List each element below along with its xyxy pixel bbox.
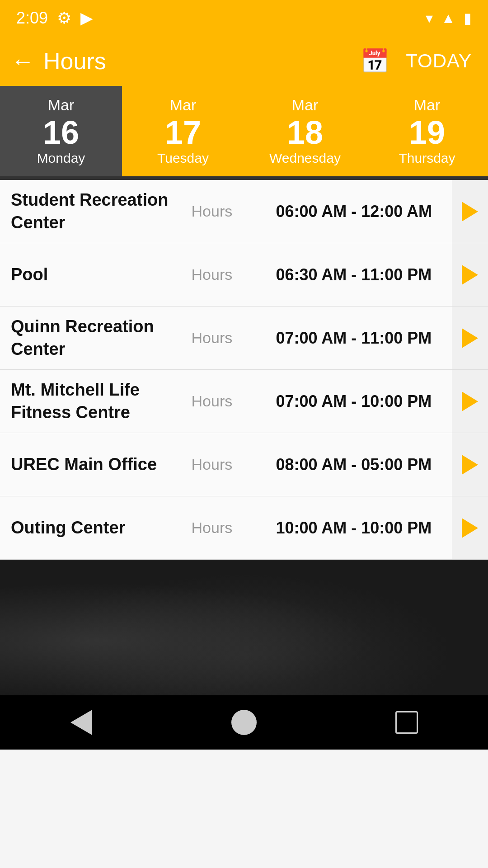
facility-item-src[interactable]: Student Recreation Center Hours 06:00 AM… — [0, 180, 488, 243]
date-month-4: Mar — [414, 96, 441, 114]
today-button[interactable]: TODAY — [406, 50, 472, 72]
nav-back-button[interactable] — [59, 704, 104, 741]
arrow-icon-outing — [462, 518, 478, 538]
header-left: ← Hours — [11, 47, 106, 75]
facility-arrow-urec[interactable] — [452, 433, 488, 496]
nav-recents-button[interactable] — [384, 704, 429, 741]
date-weekday-1: Monday — [37, 151, 85, 166]
facility-hours-label-mtmitchell: Hours — [192, 392, 276, 410]
date-picker-row: Mar 16 Monday Mar 17 Tuesday Mar 18 Wedn… — [0, 86, 488, 176]
date-divider — [0, 176, 488, 180]
facility-hours-label-pool: Hours — [192, 266, 276, 283]
facility-arrow-pool[interactable] — [452, 243, 488, 306]
facility-time-pool: 06:30 AM - 11:00 PM — [276, 265, 452, 284]
facility-arrow-mtmitchell[interactable] — [452, 370, 488, 433]
facility-name-pool: Pool — [11, 264, 192, 286]
home-nav-icon — [231, 710, 257, 735]
arrow-icon-src — [462, 202, 478, 222]
facility-time-mtmitchell: 07:00 AM - 10:00 PM — [276, 392, 452, 411]
date-month-1: Mar — [48, 96, 75, 114]
facility-item-mtmitchell[interactable]: Mt. Mitchell Life Fitness Centre Hours 0… — [0, 370, 488, 433]
facility-name-src: Student Recreation Center — [11, 189, 192, 234]
facility-item-outing[interactable]: Outing Center Hours 10:00 AM - 10:00 PM — [0, 496, 488, 560]
date-month-2: Mar — [170, 96, 197, 114]
arrow-icon-urec — [462, 455, 478, 475]
battery-icon: ▮ — [464, 9, 472, 27]
date-day-4: 19 — [409, 115, 445, 151]
facility-arrow-quinn[interactable] — [452, 307, 488, 369]
date-cell-mar17[interactable]: Mar 17 Tuesday — [122, 86, 244, 176]
facility-item-quinn[interactable]: Quinn Recreation Center Hours 07:00 AM -… — [0, 307, 488, 370]
status-time: 2:09 — [16, 9, 48, 28]
header-right: 📅 TODAY — [360, 47, 472, 75]
date-cell-mar16[interactable]: Mar 16 Monday — [0, 86, 122, 176]
date-cell-mar19[interactable]: Mar 19 Thursday — [366, 86, 488, 176]
facility-list: Student Recreation Center Hours 06:00 AM… — [0, 180, 488, 560]
facility-name-mtmitchell: Mt. Mitchell Life Fitness Centre — [11, 379, 192, 424]
date-day-1: 16 — [43, 115, 79, 151]
facility-hours-label-outing: Hours — [192, 519, 276, 537]
shield-icon: ▶ — [80, 9, 93, 28]
date-day-3: 18 — [287, 115, 323, 151]
wifi-icon: ▾ — [426, 9, 433, 27]
date-month-3: Mar — [292, 96, 319, 114]
arrow-icon-quinn — [462, 328, 478, 348]
date-day-2: 17 — [165, 115, 201, 151]
signal-icon: ▲ — [441, 10, 455, 27]
facility-hours-label-urec: Hours — [192, 456, 276, 473]
date-cell-mar18[interactable]: Mar 18 Wednesday — [244, 86, 366, 176]
facility-time-urec: 08:00 AM - 05:00 PM — [276, 455, 452, 474]
status-right: ▾ ▲ ▮ — [426, 9, 472, 27]
page-title: Hours — [43, 47, 106, 75]
facility-arrow-src[interactable] — [452, 180, 488, 243]
facility-arrow-outing[interactable] — [452, 496, 488, 559]
arrow-icon-mtmitchell — [462, 392, 478, 411]
date-weekday-3: Wednesday — [269, 151, 341, 166]
facility-time-outing: 10:00 AM - 10:00 PM — [276, 519, 452, 538]
bottom-nav — [0, 695, 488, 750]
recents-nav-icon — [395, 711, 418, 734]
facility-item-urec[interactable]: UREC Main Office Hours 08:00 AM - 05:00 … — [0, 433, 488, 496]
date-weekday-2: Tuesday — [157, 151, 209, 166]
arrow-icon-pool — [462, 265, 478, 285]
facility-hours-label-quinn: Hours — [192, 329, 276, 347]
facility-hours-label-src: Hours — [192, 203, 276, 220]
facility-name-quinn: Quinn Recreation Center — [11, 316, 192, 360]
date-weekday-4: Thursday — [399, 151, 455, 166]
facility-item-pool[interactable]: Pool Hours 06:30 AM - 11:00 PM — [0, 243, 488, 307]
facility-name-urec: UREC Main Office — [11, 453, 192, 476]
bottom-photo-section — [0, 560, 488, 695]
status-left: 2:09 ⚙ ▶ — [16, 9, 93, 28]
photo-background — [0, 560, 488, 695]
app-header: ← Hours 📅 TODAY — [0, 36, 488, 86]
status-bar: 2:09 ⚙ ▶ ▾ ▲ ▮ — [0, 0, 488, 36]
calendar-icon[interactable]: 📅 — [360, 47, 389, 75]
back-button[interactable]: ← — [11, 49, 34, 73]
back-nav-icon — [70, 710, 92, 735]
facility-time-src: 06:00 AM - 12:00 AM — [276, 202, 452, 221]
settings-icon: ⚙ — [57, 9, 71, 28]
nav-home-button[interactable] — [221, 704, 267, 741]
facility-time-quinn: 07:00 AM - 11:00 PM — [276, 329, 452, 348]
facility-name-outing: Outing Center — [11, 517, 192, 539]
